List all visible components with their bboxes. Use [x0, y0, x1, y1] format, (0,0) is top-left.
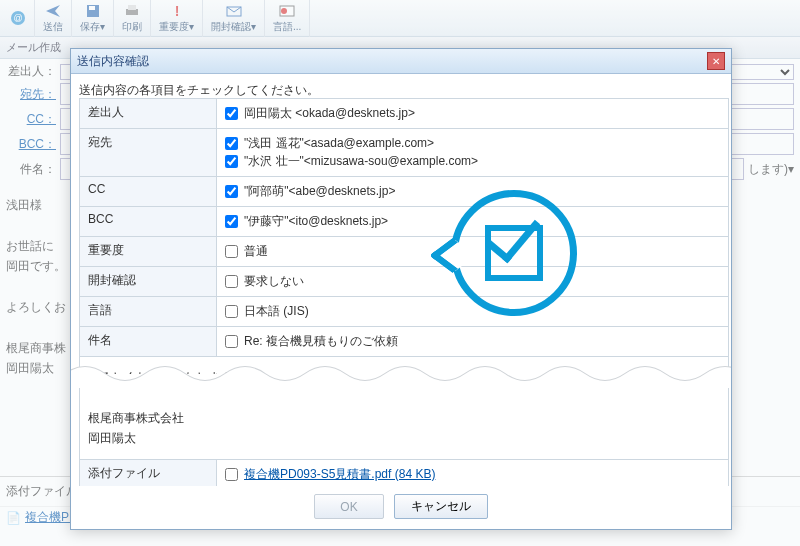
cancel-button[interactable]: キャンセル	[394, 494, 488, 519]
review-receipt-label: 開封確認	[80, 267, 217, 297]
from-value: 岡田陽太 <okada@desknets.jp>	[244, 105, 415, 122]
ok-button[interactable]: OK	[314, 494, 384, 519]
bcc-checkbox[interactable]	[225, 215, 238, 228]
receipt-checkbox[interactable]	[225, 275, 238, 288]
from-checkbox[interactable]	[225, 107, 238, 120]
attach-checkbox[interactable]	[225, 468, 238, 481]
review-from-label: 差出人	[80, 99, 217, 129]
receipt-value: 要求しない	[244, 273, 304, 290]
to-checkbox-1[interactable]	[225, 137, 238, 150]
cc-value: "阿部萌"<abe@desknets.jp>	[244, 183, 395, 200]
importance-value: 普通	[244, 243, 268, 260]
to-value-2: "水沢 壮一"<mizusawa-sou@example.com>	[244, 153, 478, 170]
review-subject-label: 件名	[80, 327, 217, 357]
review-attach-label: 添付ファイル	[80, 459, 217, 486]
cc-checkbox[interactable]	[225, 185, 238, 198]
lang-checkbox[interactable]	[225, 305, 238, 318]
attach-file-link[interactable]: 複合機PD093-S5見積書.pdf (84 KB)	[244, 466, 435, 483]
review-cc-label: CC	[80, 177, 217, 207]
dialog-buttons: OK キャンセル	[71, 486, 731, 529]
to-value-1: "浅田 遥花"<asada@example.com>	[244, 135, 434, 152]
review-importance-label: 重要度	[80, 237, 217, 267]
subject-value: Re: 複合機見積もりのご依頼	[244, 333, 398, 350]
review-table: 差出人 岡田陽太 <okada@desknets.jp> 宛先 "浅田 遥花"<…	[79, 98, 729, 486]
review-lang-label: 言語	[80, 297, 217, 327]
importance-checkbox[interactable]	[225, 245, 238, 258]
review-bcc-label: BCC	[80, 207, 217, 237]
dialog-instruction: 送信内容の各項目をチェックしてください。	[79, 82, 723, 99]
to-checkbox-2[interactable]	[225, 155, 238, 168]
close-icon[interactable]: ✕	[707, 52, 725, 70]
review-to-label: 宛先	[80, 129, 217, 177]
dialog-title: 送信内容確認	[77, 53, 149, 70]
bcc-value: "伊藤守"<ito@desknets.jp>	[244, 213, 388, 230]
check-stamp-icon	[451, 190, 577, 316]
lang-value: 日本語 (JIS)	[244, 303, 309, 320]
wavy-divider	[71, 360, 731, 388]
send-confirm-dialog: 送信内容確認 ✕ 送信内容の各項目をチェックしてください。 差出人 岡田陽太 <…	[70, 48, 732, 530]
subject-checkbox[interactable]	[225, 335, 238, 348]
dialog-scroll-area[interactable]: 差出人 岡田陽太 <okada@desknets.jp> 宛先 "浅田 遥花"<…	[79, 98, 729, 486]
